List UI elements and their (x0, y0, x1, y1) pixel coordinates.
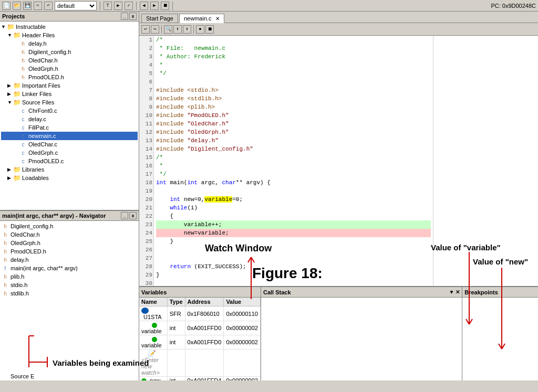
toolbar-icon-8[interactable]: ◀ (140, 2, 148, 10)
nav-item-oledgrph[interactable]: h OledGrph.h (1, 239, 138, 247)
left-panel: Projects _ x ▼ 📁 Instructable (0, 12, 139, 380)
tree-item-pmodoled-h[interactable]: h PmodOLED.h (1, 73, 138, 81)
top-toolbar: 📄 📂 💾 ✂ ↶ defaultdefault T ▶ ✓ ◀ ▶ ⏹ PC:… (0, 0, 538, 12)
tree-label-fillpat-c: FillPat.c (28, 124, 49, 131)
tree-item-delay-h[interactable]: h delay.h (1, 39, 138, 48)
toggle-important-files[interactable]: ▶ (7, 83, 13, 88)
code-line-9: #include <plib.h> (156, 103, 431, 111)
project-dropdown[interactable]: defaultdefault (55, 1, 97, 10)
toolbar-icon-6[interactable]: ▶ (114, 2, 122, 10)
nav-item-stdlib[interactable]: h stdlib.h (1, 289, 138, 298)
code-line-13: #include "delay.h" (156, 136, 431, 145)
var-row-new: new int 0xA001FFD4 0x00000002 (139, 377, 260, 380)
projects-minimize-btn[interactable]: _ (121, 13, 128, 20)
nav-icon-digilent: h (1, 223, 9, 230)
tree-item-libraries[interactable]: ▶ 📁 Libraries (1, 165, 138, 174)
toolbar-icon-4[interactable]: ✂ (34, 2, 42, 10)
callstack-panel: Call Stack ▼ ✕ (261, 287, 462, 380)
editor-btn-6[interactable]: ● (196, 25, 204, 34)
file-icon-oledchar-h: h (19, 57, 27, 64)
tree-item-newmain-c[interactable]: c newmain.c (1, 132, 138, 140)
nav-item-delay[interactable]: h delay.h (1, 256, 138, 264)
navigator-tree: h Digilent_config.h h OledChar.h h OledG… (0, 221, 139, 372)
pc-value: PC: 0x9D00248C (491, 3, 536, 9)
tree-item-header-files[interactable]: ▼ 📁 Header Files (1, 31, 138, 39)
editor-btn-3[interactable]: 🔍 (164, 25, 172, 34)
toolbar-icon-1[interactable]: 📄 (2, 2, 11, 10)
var-name-variable-1: variable (139, 321, 167, 335)
editor-tab-bar: Start Page newmain.c ✕ (139, 12, 538, 23)
toggle-header-files[interactable]: ▼ (7, 33, 13, 38)
tree-item-digilent-config-h[interactable]: h Digilent_config.h (1, 48, 138, 56)
toolbar-icon-7[interactable]: ✓ (125, 2, 133, 10)
code-line-3: * Author: Frederick (156, 52, 431, 61)
code-line-29: } (156, 271, 431, 279)
nav-item-digilent[interactable]: h Digilent_config.h (1, 222, 138, 230)
tab-start-page[interactable]: Start Page (141, 14, 178, 23)
toggle-source-files[interactable]: ▼ (7, 100, 13, 105)
code-line-6 (156, 78, 431, 86)
editor-btn-7[interactable]: ⏹ (205, 25, 214, 34)
tree-item-oledchar-h[interactable]: h OledChar.h (1, 56, 138, 65)
navigator-panel-header: main(int argc, char** argv) - Navigator … (0, 211, 139, 221)
callstack-pin-btn[interactable]: ▼ ✕ (449, 289, 460, 295)
toolbar-separator-3 (172, 2, 173, 10)
tree-item-fillpat-c[interactable]: c FillPat.c (1, 123, 138, 132)
toolbar-icon-9[interactable]: ▶ (150, 2, 159, 10)
tree-item-loadables[interactable]: ▶ 📁 Loadables (1, 174, 138, 182)
tree-item-important-files[interactable]: ▶ 📁 Important Files (1, 81, 138, 90)
editor-btn-5[interactable]: ⬇ (183, 25, 191, 34)
tree-item-source-files[interactable]: ▼ 📁 Source Files (1, 98, 138, 107)
toggle-linker-files[interactable]: ▶ (7, 91, 13, 97)
nav-item-plib[interactable]: h plib.h (1, 272, 138, 281)
tree-item-pmodoled-c[interactable]: c PmodOLED.c (1, 157, 138, 165)
nav-item-main[interactable]: f main(int argc, char** argv) (1, 264, 138, 272)
editor-btn-2[interactable]: ↪ (151, 25, 159, 34)
tree-item-chrfont0-c[interactable]: c ChrFont0.c (1, 107, 138, 115)
code-editor[interactable]: 12345 678910 1112131415 1617181920 21222… (139, 36, 433, 286)
editor-btn-1[interactable]: ↩ (141, 25, 150, 34)
nav-item-pmodoled[interactable]: h PmodOLED.h (1, 247, 138, 256)
nav-label-main: main(int argc, char** argv) (11, 265, 78, 271)
toggle-libraries[interactable]: ▶ (7, 167, 13, 172)
tree-item-linker-files[interactable]: ▶ 📁 Linker Files (1, 90, 138, 98)
tree-item-oledchar-c[interactable]: c OledChar.c (1, 140, 138, 149)
projects-close-btn[interactable]: x (129, 13, 137, 20)
toolbar-icon-undo[interactable]: ↶ (44, 2, 53, 10)
nav-item-stdio[interactable]: h stdio.h (1, 281, 138, 289)
toolbar-icon-3[interactable]: 💾 (23, 2, 32, 10)
page-wrapper: 📄 📂 💾 ✂ ↶ defaultdefault T ▶ ✓ ◀ ▶ ⏹ PC:… (0, 0, 538, 392)
projects-panel-buttons: _ x (121, 13, 137, 20)
var-val-u1sta: 0x00000110 (224, 306, 261, 321)
tab-newmain[interactable]: newmain.c ✕ (179, 14, 224, 23)
tab-newmain-close[interactable]: ✕ (215, 16, 220, 22)
tree-item-oledgrph-c[interactable]: c OledGrph.c (1, 149, 138, 157)
var-table-header: Name Type Address Value (139, 298, 260, 306)
navigator-minimize-btn[interactable]: _ (121, 212, 128, 219)
tree-label-pmodoled-c: PmodOLED.c (28, 158, 64, 164)
navigator-close-btn[interactable]: x (129, 212, 137, 219)
breakpoints-title: Breakpoints (464, 289, 498, 295)
callstack-header: Call Stack ▼ ✕ (261, 287, 462, 298)
toolbar-icon-10[interactable]: ⏹ (161, 2, 169, 10)
callstack-content (261, 298, 462, 380)
tree-label-oledchar-h: OledChar.h (28, 57, 58, 63)
toolbar-separator-1 (100, 2, 100, 10)
nav-icon-oledchar: h (1, 231, 9, 238)
tree-item-oledgrph-h[interactable]: h OledGrph.h (1, 65, 138, 73)
tree-label-loadables: Loadables (22, 175, 49, 181)
var-row-variable-1: variable int 0xA001FFD0 0x00000002 (139, 321, 260, 335)
editor-btn-4[interactable]: ⬆ (173, 25, 182, 34)
var-data-table: Name Type Address Value (139, 298, 261, 380)
nav-item-oledchar[interactable]: h OledChar.h (1, 230, 138, 239)
var-row-new-watch[interactable]: 📝 <Enter new watch> (139, 349, 260, 377)
var-row-variable-2: variable int 0xA001FFD0 0x00000002 (139, 335, 260, 349)
toolbar-icon-5[interactable]: T (104, 2, 112, 10)
toolbar-icon-2[interactable]: 📂 (13, 2, 21, 10)
file-icon-fillpat-c: c (19, 124, 27, 131)
tree-item-delay-c[interactable]: c delay.c (1, 115, 138, 123)
right-main: Start Page newmain.c ✕ ↩ ↪ 🔍 ⬆ ⬇ ● ⏹ (139, 12, 538, 380)
tree-item-instructable[interactable]: ▼ 📁 Instructable (1, 23, 138, 31)
toggle-loadables[interactable]: ▶ (7, 175, 13, 181)
toggle-instructable[interactable]: ▼ (1, 24, 6, 29)
